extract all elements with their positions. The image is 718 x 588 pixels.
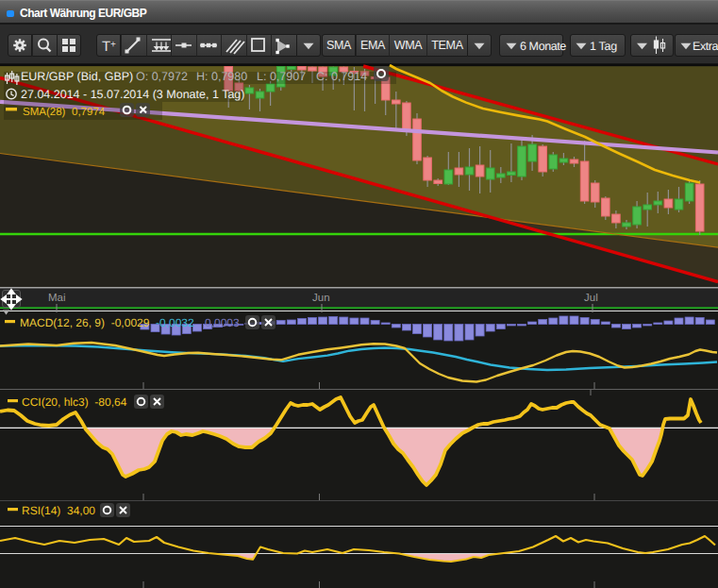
svg-text:1 Tag: 1 Tag [590, 40, 617, 53]
svg-text:T: T [102, 39, 110, 55]
svg-text:+: + [110, 40, 116, 50]
svg-text:Extra: Extra [693, 40, 718, 53]
svg-text:6 Monate: 6 Monate [520, 40, 566, 53]
